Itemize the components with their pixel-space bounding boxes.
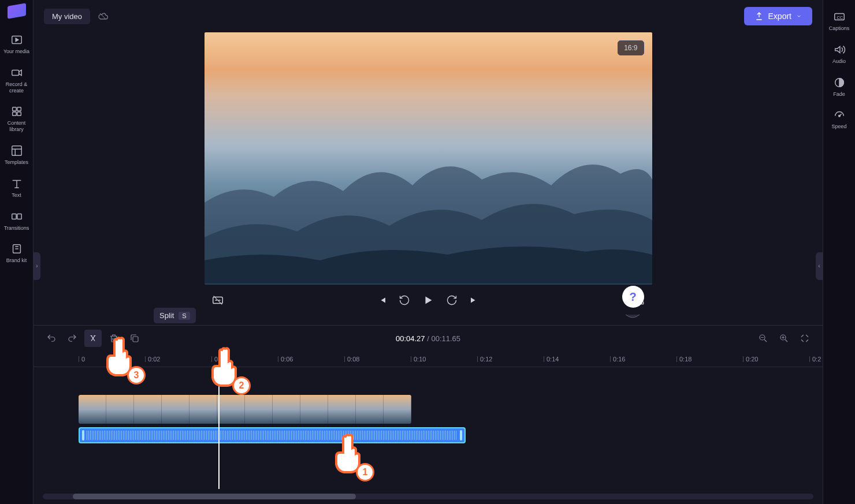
- preview-scene: [205, 133, 652, 283]
- upload-icon: [754, 12, 764, 21]
- svg-rect-3: [17, 107, 20, 111]
- ruler-tick: 0: [79, 356, 85, 363]
- ruler-tick: 0:20: [743, 356, 758, 363]
- audio-waveform: [87, 431, 458, 440]
- ruler-tick: 0:06: [278, 356, 293, 363]
- delete-button[interactable]: [105, 330, 122, 347]
- annotation-badge: 1: [356, 463, 374, 481]
- tooltip-label: Split: [159, 311, 174, 320]
- templates-icon: [10, 144, 23, 157]
- scrollbar-thumb[interactable]: [73, 494, 356, 499]
- fit-button[interactable]: [796, 330, 813, 347]
- timeline-scrollbar[interactable]: [43, 494, 813, 499]
- skip-back-button[interactable]: [377, 295, 387, 305]
- brandkit-icon: [10, 242, 23, 255]
- sidebar-item-captions[interactable]: CC Captions: [824, 5, 855, 38]
- cloud-sync-icon[interactable]: [97, 10, 109, 22]
- right-sidebar: CC Captions Audio Fade Speed: [823, 0, 855, 504]
- ruler-tick: 0:18: [676, 356, 692, 363]
- redo-button[interactable]: [64, 330, 81, 347]
- captions-icon: CC: [833, 10, 846, 23]
- transitions-icon: [10, 210, 23, 223]
- rewind-button[interactable]: [399, 294, 410, 306]
- svg-point-17: [838, 115, 840, 117]
- camera-icon: [10, 66, 23, 79]
- tooltip-shortcut: S: [179, 312, 189, 320]
- expand-right-panel[interactable]: ‹: [816, 252, 823, 280]
- media-icon: [10, 33, 23, 46]
- sidebar-item-media[interactable]: Your media: [1, 28, 32, 61]
- sidebar-item-brandkit[interactable]: Brand kit: [1, 237, 32, 270]
- sidebar-item-audio[interactable]: Audio: [824, 38, 855, 70]
- play-button[interactable]: [422, 294, 434, 307]
- annotation-badge: 2: [232, 376, 251, 395]
- collapse-panel-button[interactable]: [624, 313, 641, 322]
- timeline-ruler[interactable]: 0 0:02 0:04 0:06 0:08 0:10 0:12 0:14 0:1…: [34, 351, 823, 367]
- sidebar-item-transitions[interactable]: Transitions: [1, 204, 32, 237]
- app-logo[interactable]: [8, 3, 26, 19]
- audio-icon: [833, 43, 846, 56]
- ruler-tick: 0:04: [211, 356, 226, 363]
- export-button[interactable]: Export: [744, 7, 812, 25]
- svg-rect-2: [12, 107, 16, 111]
- sidebar-item-label: Text: [12, 192, 21, 199]
- split-tooltip: Split S: [154, 308, 196, 323]
- sidebar-item-library[interactable]: Content library: [1, 99, 32, 139]
- sidebar-item-label: Your media: [3, 48, 29, 55]
- sidebar-item-label: Record & create: [1, 81, 32, 94]
- main-area: My video Export 16:9: [34, 0, 823, 504]
- sidebar-item-label: Speed: [831, 124, 846, 130]
- text-icon: [10, 177, 23, 190]
- aspect-ratio-badge[interactable]: 16:9: [618, 40, 644, 55]
- video-preview[interactable]: 16:9: [205, 32, 652, 285]
- ruler-tick: 0:14: [544, 356, 559, 363]
- playhead[interactable]: [218, 367, 220, 489]
- svg-rect-7: [12, 214, 16, 219]
- sidebar-item-label: Templates: [5, 159, 28, 166]
- total-time: 00:11.65: [431, 334, 460, 343]
- forward-button[interactable]: [446, 294, 458, 306]
- chevron-down-icon: [796, 13, 802, 19]
- ruler-tick: 0:08: [344, 356, 359, 363]
- sidebar-item-label: Fade: [833, 91, 845, 98]
- clip-handle-right[interactable]: [460, 430, 462, 440]
- zoom-out-button[interactable]: [754, 330, 772, 347]
- ruler-tick: 0:16: [610, 356, 625, 363]
- svg-rect-1: [12, 70, 18, 75]
- sidebar-item-label: Captions: [829, 25, 850, 32]
- svg-rect-4: [12, 112, 16, 115]
- fade-icon: [833, 76, 846, 89]
- svg-rect-5: [17, 112, 20, 115]
- split-button[interactable]: Split S: [84, 330, 102, 347]
- video-clip[interactable]: [79, 395, 411, 424]
- sidebar-item-text[interactable]: Text: [1, 171, 32, 204]
- timeline-toolbar: Split S 00:04.27 / 00:11.65: [34, 326, 823, 351]
- topbar: My video Export: [34, 0, 823, 32]
- sidebar-item-fade[interactable]: Fade: [824, 70, 855, 103]
- timecode-display: 00:04.27 / 00:11.65: [396, 334, 460, 343]
- project-title[interactable]: My video: [44, 9, 90, 24]
- sidebar-item-record[interactable]: Record & create: [1, 61, 32, 100]
- svg-rect-6: [12, 146, 21, 156]
- timeline-section: Split S 00:04.27 / 00:11.65 0 0:02 0:04 …: [34, 325, 823, 504]
- sidebar-item-label: Brand kit: [6, 257, 27, 264]
- sidebar-item-templates[interactable]: Templates: [1, 139, 32, 171]
- help-button[interactable]: ?: [622, 286, 644, 308]
- zoom-in-button[interactable]: [775, 330, 793, 347]
- left-sidebar: Your media Record & create Content libra…: [0, 0, 34, 504]
- duplicate-button[interactable]: [126, 330, 143, 347]
- ruler-tick: 0:2: [809, 356, 821, 363]
- timeline-tracks[interactable]: 1 2 3: [34, 367, 823, 489]
- ruler-tick: 0:10: [411, 356, 426, 363]
- skip-forward-button[interactable]: [469, 295, 479, 305]
- undo-button[interactable]: [43, 330, 60, 347]
- sidebar-item-label: Audio: [832, 58, 846, 65]
- sidebar-item-speed[interactable]: Speed: [824, 103, 855, 136]
- captions-toggle[interactable]: [211, 294, 224, 307]
- svg-rect-11: [133, 337, 138, 342]
- audio-clip[interactable]: [79, 427, 466, 443]
- ruler-tick: 0:02: [145, 356, 160, 363]
- speed-icon: [833, 109, 846, 121]
- svg-rect-8: [17, 214, 21, 219]
- clip-handle-left[interactable]: [82, 430, 84, 440]
